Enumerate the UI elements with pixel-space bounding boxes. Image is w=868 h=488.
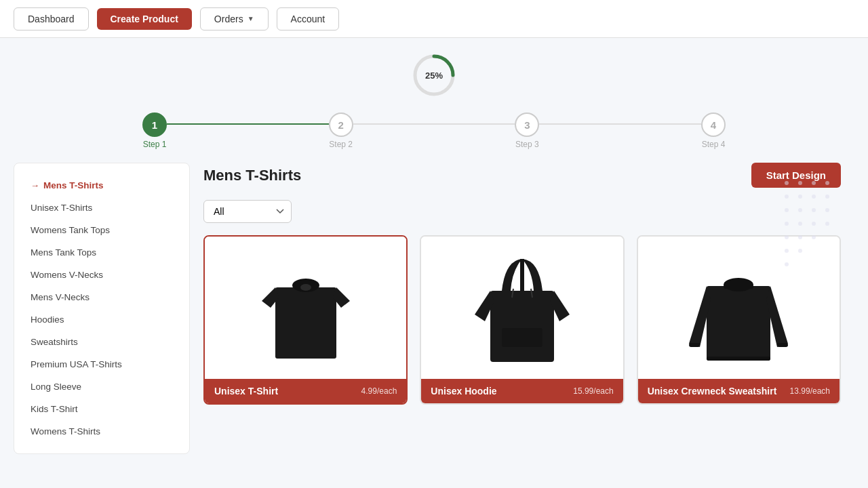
sidebar-item-long-sleeve[interactable]: Long Sleeve xyxy=(14,375,189,398)
step-2: 2 Step 2 xyxy=(329,113,353,149)
product-info-0: Unisex T-Shirt 4.99/each xyxy=(205,379,406,403)
steps-inner: 1 Step 1 2 Step 2 3 Step 3 4 Step 4 xyxy=(142,113,726,149)
product-name-1: Unisex Hoodie xyxy=(431,386,496,396)
sidebar-item-label-2: Womens Tank Tops xyxy=(31,225,110,235)
svg-point-27 xyxy=(798,195,802,199)
svg-rect-18 xyxy=(724,285,753,289)
svg-rect-20 xyxy=(777,343,788,347)
sidebar-item-label-6: Hoodies xyxy=(31,314,64,325)
step-1-label: Step 1 xyxy=(143,140,167,149)
product-area: Mens T-Shirts Start Design All Men Women… xyxy=(190,163,854,454)
svg-point-29 xyxy=(825,195,829,199)
tshirt-svg xyxy=(258,250,353,365)
step-4-number: 4 xyxy=(711,119,716,131)
step-line-3-4 xyxy=(539,123,701,125)
product-name-2: Unisex Crewneck Sweatshirt xyxy=(648,386,777,396)
orders-button[interactable]: Orders ▼ xyxy=(200,7,269,30)
main-content: → Mens T-Shirts Unisex T-Shirts Womens T… xyxy=(0,163,868,454)
step-3-circle: 3 xyxy=(515,113,539,137)
step-3-number: 3 xyxy=(524,119,530,131)
crewneck-svg xyxy=(688,249,789,367)
sidebar-item-label-1: Unisex T-Shirts xyxy=(31,203,92,213)
product-price-1: 15.99/each xyxy=(573,386,613,396)
step-1-circle: 1 xyxy=(142,113,167,137)
product-image-1 xyxy=(421,237,623,379)
sidebar-item-unisex-tshirts[interactable]: Unisex T-Shirts xyxy=(14,197,189,219)
product-card-2[interactable]: Unisex Crewneck Sweatshirt 13.99/each xyxy=(637,235,841,405)
sidebar: → Mens T-Shirts Unisex T-Shirts Womens T… xyxy=(14,163,190,454)
filter-select[interactable]: All Men Women Unisex xyxy=(203,200,292,223)
step-1: 1 Step 1 xyxy=(142,113,167,149)
product-card-0[interactable]: Unisex T-Shirt 4.99/each xyxy=(203,235,408,405)
step-4-label: Step 4 xyxy=(702,140,726,149)
svg-rect-10 xyxy=(520,259,524,291)
product-info-2: Unisex Crewneck Sweatshirt 13.99/each xyxy=(638,379,840,403)
step-2-circle: 2 xyxy=(329,113,353,137)
sidebar-item-label-8: Premium USA T-Shirts xyxy=(31,359,122,369)
svg-rect-2 xyxy=(275,287,336,359)
sidebar-item-label-7: Sweatshirts xyxy=(31,337,78,347)
sidebar-item-label-0: Mens T-Shirts xyxy=(43,180,104,190)
progress-section: 25% xyxy=(0,38,868,106)
sidebar-item-label-10: Kids T-Shirt xyxy=(31,404,78,414)
svg-rect-11 xyxy=(502,328,542,347)
steps-section: 1 Step 1 2 Step 2 3 Step 3 4 Step 4 xyxy=(0,106,868,163)
orders-label: Orders xyxy=(214,14,243,24)
sidebar-item-hoodies[interactable]: Hoodies xyxy=(14,308,189,331)
sidebar-item-label-3: Mens Tank Tops xyxy=(31,247,96,258)
step-1-number: 1 xyxy=(152,119,157,131)
account-button[interactable]: Account xyxy=(277,7,340,30)
sidebar-item-mens-tshirts[interactable]: → Mens T-Shirts xyxy=(14,174,189,197)
svg-point-26 xyxy=(785,195,789,199)
step-2-number: 2 xyxy=(338,119,344,131)
product-price-2: 13.99/each xyxy=(790,386,830,396)
sidebar-arrow-icon: → xyxy=(31,180,39,190)
sidebar-item-mens-tank-tops[interactable]: Mens Tank Tops xyxy=(14,241,189,264)
product-grid: Unisex T-Shirt 4.99/each xyxy=(203,235,841,405)
product-title: Mens T-Shirts xyxy=(203,167,301,184)
start-design-button[interactable]: Start Design xyxy=(751,163,841,188)
sidebar-item-womens-tshirts[interactable]: Womens T-Shirts xyxy=(14,420,189,443)
svg-rect-21 xyxy=(707,357,770,361)
svg-point-28 xyxy=(812,195,816,199)
sidebar-item-premium-usa-tshirts[interactable]: Premium USA T-Shirts xyxy=(14,353,189,375)
sidebar-item-womens-tank-tops[interactable]: Womens Tank Tops xyxy=(14,219,189,241)
step-4: 4 Step 4 xyxy=(701,113,726,149)
create-product-button[interactable]: Create Product xyxy=(97,8,192,30)
dashboard-button[interactable]: Dashboard xyxy=(14,7,89,30)
progress-label: 25% xyxy=(425,70,443,81)
product-header: Mens T-Shirts Start Design xyxy=(203,163,841,188)
product-name-0: Unisex T-Shirt xyxy=(214,386,278,396)
svg-point-6 xyxy=(300,284,311,291)
sidebar-item-label-9: Long Sleeve xyxy=(31,382,81,392)
product-image-0 xyxy=(205,237,406,379)
sidebar-item-label-4: Womens V-Necks xyxy=(31,270,103,280)
product-image-2 xyxy=(638,237,840,379)
step-line-1-2 xyxy=(167,123,329,125)
orders-chevron-icon: ▼ xyxy=(248,15,254,22)
step-3-label: Step 3 xyxy=(515,140,539,149)
sidebar-item-label-5: Mens V-Necks xyxy=(31,292,90,302)
sidebar-item-womens-v-necks[interactable]: Womens V-Necks xyxy=(14,264,189,286)
product-info-1: Unisex Hoodie 15.99/each xyxy=(421,379,623,403)
sidebar-item-mens-v-necks[interactable]: Mens V-Necks xyxy=(14,286,189,308)
svg-rect-19 xyxy=(689,343,700,347)
header: Dashboard Create Product Orders ▼ Accoun… xyxy=(0,0,868,38)
step-line-2-3 xyxy=(353,123,515,125)
svg-rect-7 xyxy=(490,291,554,362)
step-3: 3 Step 3 xyxy=(515,113,539,149)
product-card-1[interactable]: Unisex Hoodie 15.99/each xyxy=(420,235,624,405)
hoodie-svg xyxy=(471,247,573,369)
svg-rect-14 xyxy=(707,286,770,361)
product-price-0: 4.99/each xyxy=(361,386,397,396)
step-2-label: Step 2 xyxy=(329,140,353,149)
progress-ring: 25% xyxy=(410,52,458,99)
sidebar-item-kids-tshirt[interactable]: Kids T-Shirt xyxy=(14,398,189,420)
filter-row: All Men Women Unisex xyxy=(203,200,841,223)
sidebar-item-sweatshirts[interactable]: Sweatshirts xyxy=(14,331,189,353)
step-4-circle: 4 xyxy=(701,113,726,137)
sidebar-item-label-11: Womens T-Shirts xyxy=(31,426,100,436)
